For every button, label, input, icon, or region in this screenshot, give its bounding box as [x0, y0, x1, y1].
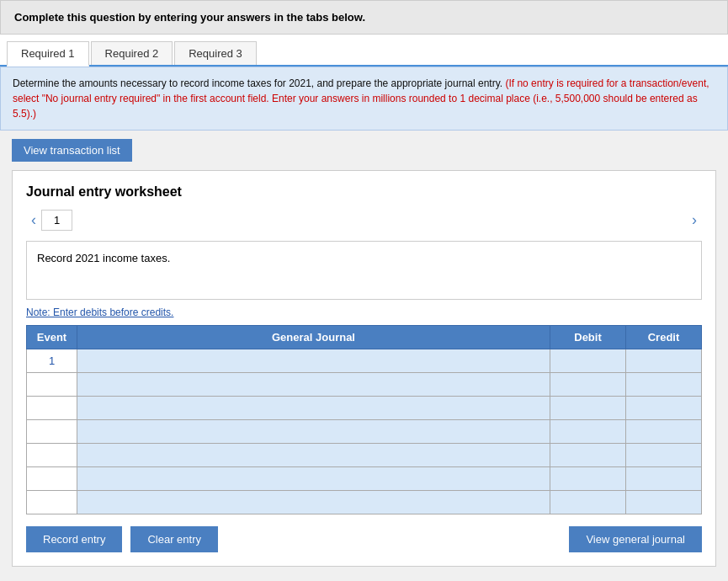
tabs-bar: Required 1 Required 2 Required 3	[0, 35, 728, 67]
col-header-debit: Debit	[550, 326, 626, 349]
credit-input-2[interactable]	[626, 397, 701, 419]
table-row-gj-2[interactable]	[77, 397, 550, 420]
col-header-event: Event	[27, 326, 77, 349]
table-row-gj-6[interactable]	[77, 491, 550, 514]
entry-description-text: Record 2021 income taxes.	[37, 252, 170, 264]
table-row-debit-6[interactable]	[550, 491, 626, 514]
table-row-event-1	[27, 373, 77, 397]
table-row-credit-2[interactable]	[626, 397, 702, 420]
gj-input-6[interactable]	[77, 491, 550, 514]
gj-input-4[interactable]	[77, 444, 550, 466]
credit-input-6[interactable]	[626, 491, 701, 514]
credit-input-1[interactable]	[626, 373, 701, 396]
table-row-credit-1[interactable]	[626, 373, 702, 397]
gj-input-3[interactable]	[77, 420, 550, 443]
top-instruction: Complete this question by entering your …	[0, 0, 728, 35]
bottom-navigation: < Required 1 Required 2 >	[0, 575, 728, 581]
table-row-credit-4[interactable]	[626, 444, 702, 467]
note-prefix: Note: Enter	[26, 306, 80, 318]
credit-input-5[interactable]	[626, 467, 701, 490]
page-navigation: ‹ 1 ›	[26, 210, 702, 231]
top-instruction-text: Complete this question by entering your …	[14, 11, 365, 24]
gj-input-0[interactable]	[77, 349, 550, 372]
credit-input-3[interactable]	[626, 420, 701, 443]
instruction-main: Determine the amounts necessary to recor…	[13, 77, 505, 89]
table-row-event-3	[27, 420, 77, 444]
next-page-button[interactable]: ›	[687, 211, 702, 229]
note-text: Note: Enter debits before credits.	[26, 306, 702, 318]
view-general-journal-button[interactable]: View general journal	[569, 526, 702, 552]
worksheet-title: Journal entry worksheet	[26, 184, 702, 200]
table-row-credit-0[interactable]	[626, 349, 702, 373]
table-row-event-5	[27, 467, 77, 491]
gj-input-2[interactable]	[77, 397, 550, 419]
debit-input-6[interactable]	[550, 491, 625, 514]
credit-input-4[interactable]	[626, 444, 701, 466]
table-row-gj-1[interactable]	[77, 373, 550, 397]
table-row-debit-4[interactable]	[550, 444, 626, 467]
entry-description: Record 2021 income taxes.	[26, 241, 702, 300]
instruction-box: Determine the amounts necessary to recor…	[0, 67, 728, 131]
tab-required-1[interactable]: Required 1	[7, 41, 89, 67]
table-row-credit-6[interactable]	[626, 491, 702, 514]
table-row-gj-4[interactable]	[77, 444, 550, 467]
table-row-gj-5[interactable]	[77, 467, 550, 491]
table-row-gj-3[interactable]	[77, 420, 550, 444]
worksheet-container: Journal entry worksheet ‹ 1 › Record 202…	[12, 170, 716, 567]
note-suffix: before credits.	[107, 306, 173, 318]
page-number: 1	[41, 210, 72, 231]
gj-input-1[interactable]	[77, 373, 550, 396]
table-row-debit-3[interactable]	[550, 420, 626, 444]
debit-input-1[interactable]	[550, 373, 625, 396]
table-row-credit-3[interactable]	[626, 420, 702, 444]
table-row-credit-5[interactable]	[626, 467, 702, 491]
debit-input-2[interactable]	[550, 397, 625, 419]
clear-entry-button[interactable]: Clear entry	[130, 526, 218, 552]
table-row-event-6	[27, 491, 77, 514]
col-header-credit: Credit	[626, 326, 702, 349]
journal-table: Event General Journal Debit Credit 1	[26, 325, 702, 514]
action-buttons: Record entry Clear entry View general jo…	[26, 526, 702, 552]
table-row-event-2	[27, 397, 77, 420]
table-row-debit-2[interactable]	[550, 397, 626, 420]
table-row-debit-5[interactable]	[550, 467, 626, 491]
tab-required-2[interactable]: Required 2	[91, 41, 173, 65]
col-header-general-journal: General Journal	[77, 326, 550, 349]
record-entry-button[interactable]: Record entry	[26, 526, 122, 552]
prev-page-button[interactable]: ‹	[26, 211, 41, 229]
table-row-gj-0[interactable]	[77, 349, 550, 373]
note-debits: debits	[80, 306, 107, 318]
table-row-event-4	[27, 444, 77, 467]
debit-input-3[interactable]	[550, 420, 625, 443]
debit-input-5[interactable]	[550, 467, 625, 490]
gj-input-5[interactable]	[77, 467, 550, 490]
table-row-debit-0[interactable]	[550, 349, 626, 373]
table-row-event-0: 1	[27, 349, 77, 373]
table-row-debit-1[interactable]	[550, 373, 626, 397]
debit-input-4[interactable]	[550, 444, 625, 466]
tab-required-3[interactable]: Required 3	[174, 41, 257, 65]
view-transaction-button[interactable]: View transaction list	[12, 139, 132, 162]
credit-input-0[interactable]	[626, 349, 701, 372]
debit-input-0[interactable]	[550, 349, 625, 372]
